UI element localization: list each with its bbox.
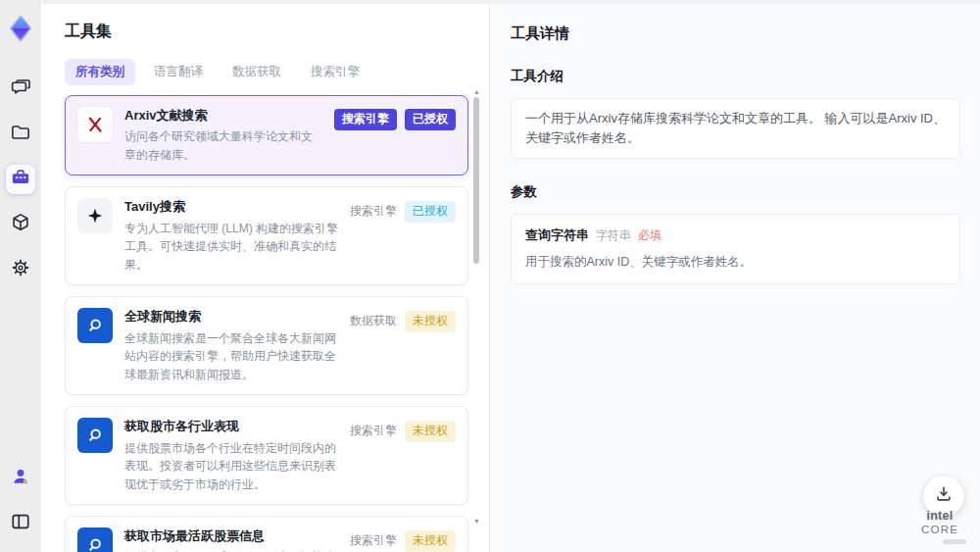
auth-status-badge: 未授权 — [405, 421, 456, 442]
folder-icon — [9, 121, 32, 148]
tool-name: 全球新闻搜索 — [124, 308, 338, 326]
sidebar-item-packages[interactable] — [6, 210, 35, 239]
brand-intel: intel — [926, 509, 953, 523]
params-heading: 参数 — [511, 183, 960, 201]
scrollbar-thumb[interactable] — [473, 97, 479, 264]
tab-data-fetch[interactable]: 数据获取 — [221, 59, 292, 85]
news-search-icon — [77, 527, 113, 552]
scrollbar[interactable]: ▲ ▼ — [472, 88, 480, 542]
window-top-edge — [41, 0, 980, 4]
tool-list-panel: 工具集 所有类别 语言翻译 数据获取 搜索引擎 Arxiv文献搜索 访问各个研究… — [41, 0, 490, 552]
tool-card-sector-performance[interactable]: 获取股市各行业表现 提供股票市场各个行业在特定时间段内的表现。投资者可以利用这些… — [65, 406, 468, 505]
sidebar-item-panel-toggle[interactable] — [6, 509, 35, 538]
tool-card-global-news[interactable]: 全球新闻搜索 全球新闻搜索是一个聚合全球各大新闻网站内容的搜索引擎，帮助用户快速… — [65, 296, 468, 395]
auth-status-badge: 已授权 — [405, 201, 456, 223]
news-search-icon — [77, 308, 113, 343]
tool-card-most-active-stocks[interactable]: 获取市场最活跃股票信息 提供当天交易量最高的股票列表。投资者可以利用这些信息来识… — [65, 516, 468, 552]
tab-language-translation[interactable]: 语言翻译 — [143, 59, 214, 85]
tool-card-arxiv[interactable]: Arxiv文献搜索 访问各个研究领域大量科学论文和文章的存储库。 搜索引擎 已授… — [65, 95, 468, 176]
tool-name: Arxiv文献搜索 — [124, 107, 322, 125]
auth-status-badge: 未授权 — [405, 311, 456, 332]
auth-status-badge: 已授权 — [405, 109, 456, 130]
tool-name: 获取市场最活跃股票信息 — [124, 527, 338, 545]
brand-badge-bar — [943, 539, 966, 544]
icon-rail — [0, 0, 41, 552]
toolbox-icon — [9, 166, 32, 193]
tool-intro-text: 一个用于从Arxiv存储库搜索科学论文和文章的工具。 输入可以是Arxiv ID… — [511, 98, 960, 159]
tool-description: 提供当天交易量最高的股票列表。投资者可以利用这些信息来识别流动性强的股票和潜在的… — [124, 548, 338, 552]
sidebar-item-files[interactable] — [6, 120, 35, 149]
category-tabs: 所有类别 语言翻译 数据获取 搜索引擎 — [65, 59, 489, 85]
param-name: 查询字符串 — [525, 226, 589, 244]
brand-core: core — [921, 524, 958, 535]
tool-card-tavily[interactable]: Tavily搜索 专为人工智能代理 (LLM) 构建的搜索引擎工具。可快速提供实… — [65, 186, 468, 285]
sidebar-item-account[interactable] — [6, 464, 35, 493]
star-icon — [77, 198, 113, 233]
news-search-icon — [77, 418, 113, 453]
download-icon — [934, 484, 954, 508]
scroll-up-arrow[interactable]: ▲ — [473, 88, 480, 95]
sidebar-item-chat[interactable] — [6, 75, 35, 104]
settings-icon — [9, 256, 32, 283]
chat-icon — [9, 75, 32, 103]
tool-name: Tavily搜索 — [124, 198, 338, 216]
page-title: 工具集 — [65, 22, 489, 42]
category-label: 搜索引擎 — [350, 420, 397, 442]
tool-description: 访问各个研究领域大量科学论文和文章的存储库。 — [124, 127, 322, 164]
param-required-flag: 必填 — [638, 227, 662, 244]
tool-name: 获取股市各行业表现 — [124, 418, 338, 435]
tool-description: 专为人工智能代理 (LLM) 构建的搜索引擎工具。可快速提供实时、准确和真实的结… — [124, 220, 338, 275]
panel-layout-icon — [9, 510, 32, 537]
auth-status-badge: 未授权 — [405, 530, 456, 552]
tool-list: Arxiv文献搜索 访问各个研究领域大量科学论文和文章的存储库。 搜索引擎 已授… — [65, 95, 468, 552]
category-label: 搜索引擎 — [350, 200, 397, 223]
logo-diamond-icon — [3, 10, 38, 47]
param-item: 查询字符串 字符串 必填 用于搜索的Arxiv ID、关键字或作者姓名。 — [511, 214, 960, 284]
tool-description: 提供股票市场各个行业在特定时间段内的表现。投资者可以利用这些信息来识别表现优于或… — [124, 439, 338, 494]
tool-description: 全球新闻搜索是一个聚合全球各大新闻网站内容的搜索引擎，帮助用户快速获取全球最新资… — [124, 329, 338, 384]
intel-core-logo: intel core — [911, 509, 968, 544]
detail-title: 工具详情 — [511, 25, 960, 43]
category-badge: 搜索引擎 — [334, 109, 397, 130]
user-icon — [10, 466, 31, 491]
tool-detail-panel: 工具详情 工具介绍 一个用于从Arxiv存储库搜索科学论文和文章的工具。 输入可… — [491, 0, 980, 552]
cube-icon — [9, 211, 32, 238]
sidebar-item-settings[interactable] — [6, 255, 35, 284]
scroll-down-arrow[interactable]: ▼ — [473, 518, 480, 525]
arxiv-logo-icon — [77, 107, 113, 142]
tab-all-categories[interactable]: 所有类别 — [65, 59, 135, 85]
sidebar-item-tools[interactable] — [6, 165, 35, 194]
tab-search-engine[interactable]: 搜索引擎 — [300, 59, 370, 85]
intro-heading: 工具介绍 — [511, 68, 960, 85]
param-type: 字符串 — [596, 227, 631, 244]
category-label: 数据获取 — [350, 310, 397, 332]
category-label: 搜索引擎 — [350, 529, 397, 552]
param-description: 用于搜索的Arxiv ID、关键字或作者姓名。 — [525, 253, 946, 272]
